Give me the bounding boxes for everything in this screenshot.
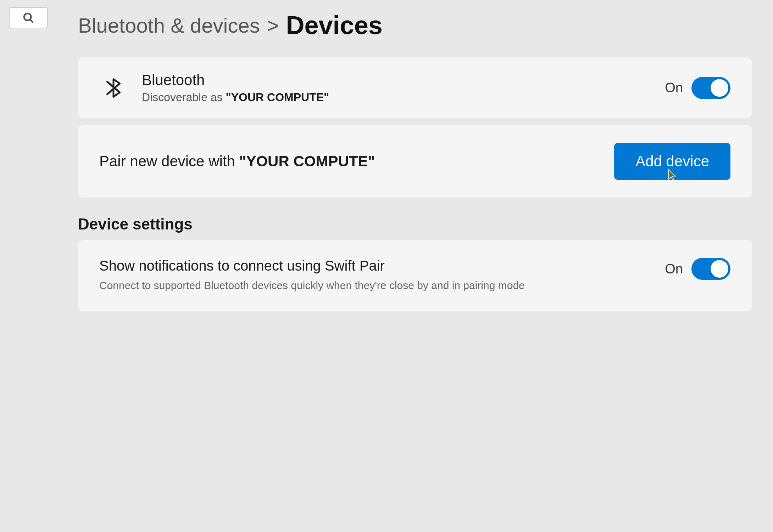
device-settings-section-title: Device settings bbox=[78, 215, 752, 233]
bluetooth-device-name: "YOUR COMPUTE" bbox=[226, 91, 329, 104]
pair-text: Pair new device with "YOUR COMPUTE" bbox=[99, 153, 375, 170]
pair-new-device-card: Pair new device with "YOUR COMPUTE" Add … bbox=[78, 125, 752, 198]
swift-pair-toggle[interactable] bbox=[691, 258, 730, 280]
bluetooth-subtitle: Discoverable as "YOUR COMPUTE" bbox=[142, 91, 651, 104]
search-icon bbox=[22, 11, 35, 24]
swift-pair-title: Show notifications to connect using Swif… bbox=[99, 258, 644, 274]
swift-pair-text-block: Show notifications to connect using Swif… bbox=[99, 258, 665, 293]
breadcrumb-current: Devices bbox=[286, 11, 383, 40]
cursor-area: Add device bbox=[614, 143, 730, 180]
bluetooth-card: Bluetooth Discoverable as "YOUR COMPUTE"… bbox=[78, 57, 752, 118]
bluetooth-toggle-label: On bbox=[665, 80, 683, 95]
search-box[interactable] bbox=[9, 7, 48, 28]
pair-device-name: "YOUR COMPUTE" bbox=[239, 153, 375, 170]
device-settings-card: Show notifications to connect using Swif… bbox=[78, 240, 752, 311]
bluetooth-toggle-row: On bbox=[665, 77, 730, 99]
bluetooth-text-block: Bluetooth Discoverable as "YOUR COMPUTE" bbox=[142, 72, 651, 104]
bluetooth-toggle[interactable] bbox=[691, 77, 730, 99]
svg-point-0 bbox=[24, 13, 31, 21]
bluetooth-icon-wrap bbox=[99, 75, 128, 101]
breadcrumb: Bluetooth & devices > Devices bbox=[78, 11, 752, 40]
pair-text-prefix: Pair new device with bbox=[99, 153, 239, 170]
add-device-button[interactable]: Add device bbox=[614, 143, 730, 180]
bluetooth-title: Bluetooth bbox=[142, 72, 651, 89]
svg-line-1 bbox=[30, 20, 33, 22]
breadcrumb-separator: > bbox=[267, 13, 279, 37]
bluetooth-subtitle-prefix: Discoverable as bbox=[142, 91, 226, 104]
main-content: Bluetooth & devices > Devices Bluetooth … bbox=[57, 0, 773, 532]
swift-pair-toggle-label: On bbox=[665, 261, 683, 277]
bluetooth-row: Bluetooth Discoverable as "YOUR COMPUTE"… bbox=[99, 72, 730, 104]
bluetooth-icon bbox=[103, 75, 124, 101]
breadcrumb-parent: Bluetooth & devices bbox=[78, 13, 260, 37]
sidebar bbox=[0, 0, 57, 532]
swift-pair-toggle-row: On bbox=[665, 258, 730, 280]
swift-pair-description: Connect to supported Bluetooth devices q… bbox=[99, 277, 644, 293]
